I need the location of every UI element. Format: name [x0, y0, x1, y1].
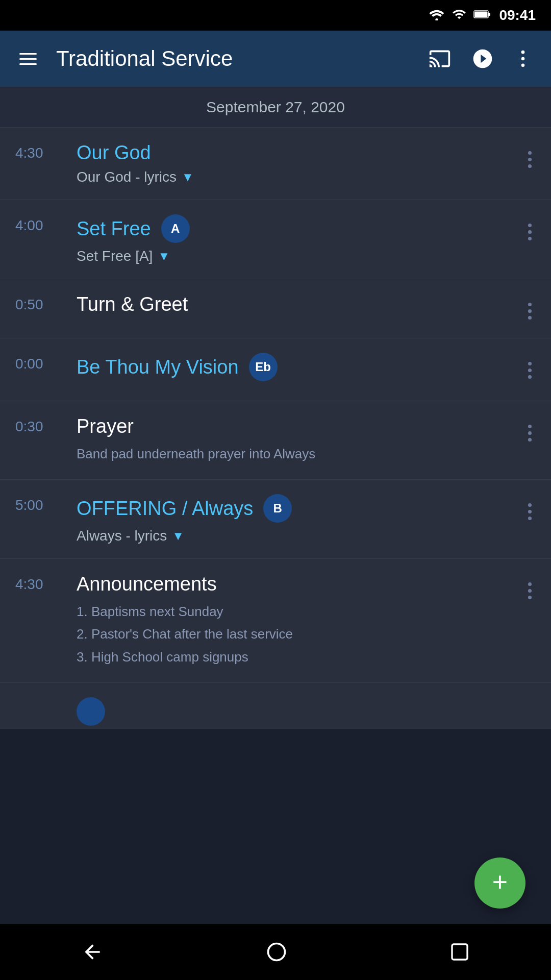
recents-icon — [449, 942, 470, 962]
item-title: Prayer — [77, 415, 134, 437]
item-content: Announcements 1. Baptisms next Sunday2. … — [77, 573, 509, 668]
battery-icon — [473, 8, 492, 22]
recents-button[interactable] — [441, 934, 478, 970]
item-title-row: Announcements — [77, 573, 509, 595]
item-time: 0:30 — [15, 415, 61, 435]
svg-rect-8 — [452, 944, 467, 960]
wifi-icon — [429, 8, 445, 22]
item-actions — [524, 214, 536, 244]
list-item-offering-always: 5:00 OFFERING / AlwaysB Always - lyrics … — [0, 480, 551, 559]
chevron-down-icon: ▼ — [172, 529, 184, 543]
cast-button[interactable] — [424, 43, 455, 74]
status-bar: 09:41 — [0, 0, 551, 31]
item-note: Band pad underneath prayer into Always — [77, 443, 509, 465]
item-actions — [524, 573, 536, 603]
more-icon — [514, 47, 532, 70]
item-more-button[interactable] — [524, 499, 536, 524]
add-item-button[interactable]: + — [474, 857, 525, 909]
item-more-button[interactable] — [524, 421, 536, 446]
svg-point-0 — [436, 18, 438, 20]
app-bar: Traditional Service — [0, 31, 551, 87]
key-badge: B — [263, 494, 292, 523]
svg-point-5 — [521, 57, 525, 61]
date-header: September 27, 2020 — [0, 87, 551, 128]
item-content: Be Thou My VisionEb — [77, 353, 509, 386]
note-line: 2. Pastor's Chat after the last service — [77, 623, 509, 645]
item-subtitle[interactable]: Our God - lyrics ▼ — [77, 169, 509, 185]
note-line: 1. Baptisms next Sunday — [77, 600, 509, 623]
svg-rect-2 — [488, 13, 490, 16]
more-options-button[interactable] — [510, 43, 536, 74]
item-actions — [524, 353, 536, 383]
item-title: Set Free — [77, 218, 151, 240]
home-button[interactable] — [257, 933, 296, 971]
item-subtitle[interactable]: Set Free [A] ▼ — [77, 248, 509, 264]
item-time: 5:00 — [15, 494, 61, 513]
item-subtitle[interactable]: Always - lyrics ▼ — [77, 528, 509, 544]
item-title-row: Set FreeA — [77, 214, 509, 243]
list-item-announcements: 4:30 Announcements 1. Baptisms next Sund… — [0, 559, 551, 683]
item-title: Turn & Greet — [77, 293, 188, 315]
bottom-nav — [0, 924, 551, 980]
back-button[interactable] — [73, 933, 112, 971]
signal-icon — [452, 7, 466, 23]
item-more-button[interactable] — [524, 219, 536, 244]
cast-icon — [429, 47, 451, 70]
item-content: Our God Our God - lyrics ▼ — [77, 142, 509, 185]
item-list: 4:30 Our God Our God - lyrics ▼ 4:00 Set… — [0, 128, 551, 683]
item-title-row: Our God — [77, 142, 509, 164]
item-content: Set FreeA Set Free [A] ▼ — [77, 214, 509, 264]
list-item-prayer: 0:30 Prayer Band pad underneath prayer i… — [0, 401, 551, 480]
subtitle-text: Set Free [A] — [77, 248, 153, 264]
partial-item — [0, 683, 551, 729]
key-badge: A — [161, 214, 190, 243]
item-more-button[interactable] — [524, 358, 536, 383]
item-time: 0:00 — [15, 353, 61, 372]
play-icon — [471, 47, 494, 70]
list-item-turn-greet: 0:50 Turn & Greet — [0, 279, 551, 338]
home-icon — [265, 941, 288, 963]
chevron-down-icon: ▼ — [182, 170, 194, 184]
subtitle-text: Our God - lyrics — [77, 169, 177, 185]
play-button[interactable] — [467, 43, 498, 74]
svg-point-6 — [521, 64, 525, 67]
list-item-be-thou: 0:00 Be Thou My VisionEb — [0, 338, 551, 401]
item-title-row: Be Thou My VisionEb — [77, 353, 509, 381]
item-actions — [524, 293, 536, 324]
item-actions — [524, 142, 536, 172]
key-badge: Eb — [249, 353, 278, 381]
item-title-row: OFFERING / AlwaysB — [77, 494, 509, 523]
date-text: September 27, 2020 — [206, 99, 345, 116]
item-title-row: Turn & Greet — [77, 293, 509, 315]
item-more-button[interactable] — [524, 578, 536, 603]
item-more-button[interactable] — [524, 147, 536, 172]
item-title: Announcements — [77, 573, 217, 595]
app-title: Traditional Service — [56, 46, 409, 71]
menu-button[interactable] — [15, 49, 41, 69]
item-title: Be Thou My Vision — [77, 356, 239, 378]
status-icons: 09:41 — [429, 7, 536, 23]
status-time: 09:41 — [499, 7, 536, 23]
item-time: 4:30 — [15, 142, 61, 161]
subtitle-text: Always - lyrics — [77, 528, 167, 544]
item-actions — [524, 415, 536, 446]
item-title: OFFERING / Always — [77, 498, 253, 520]
note-line: Band pad underneath prayer into Always — [77, 443, 509, 465]
app-bar-actions — [424, 43, 536, 74]
item-time: 4:30 — [15, 573, 61, 593]
svg-point-7 — [268, 944, 285, 961]
svg-rect-3 — [475, 12, 488, 17]
item-title: Our God — [77, 142, 151, 164]
item-more-button[interactable] — [524, 299, 536, 324]
svg-point-4 — [521, 51, 525, 54]
item-content: Prayer Band pad underneath prayer into A… — [77, 415, 509, 465]
item-content: Turn & Greet — [77, 293, 509, 321]
item-time: 0:50 — [15, 293, 61, 313]
item-note: 1. Baptisms next Sunday2. Pastor's Chat … — [77, 600, 509, 668]
partial-time — [15, 697, 61, 700]
back-icon — [81, 941, 104, 963]
add-icon: + — [492, 869, 508, 895]
item-time: 4:00 — [15, 214, 61, 234]
list-item-our-god: 4:30 Our God Our God - lyrics ▼ — [0, 128, 551, 200]
item-actions — [524, 494, 536, 524]
